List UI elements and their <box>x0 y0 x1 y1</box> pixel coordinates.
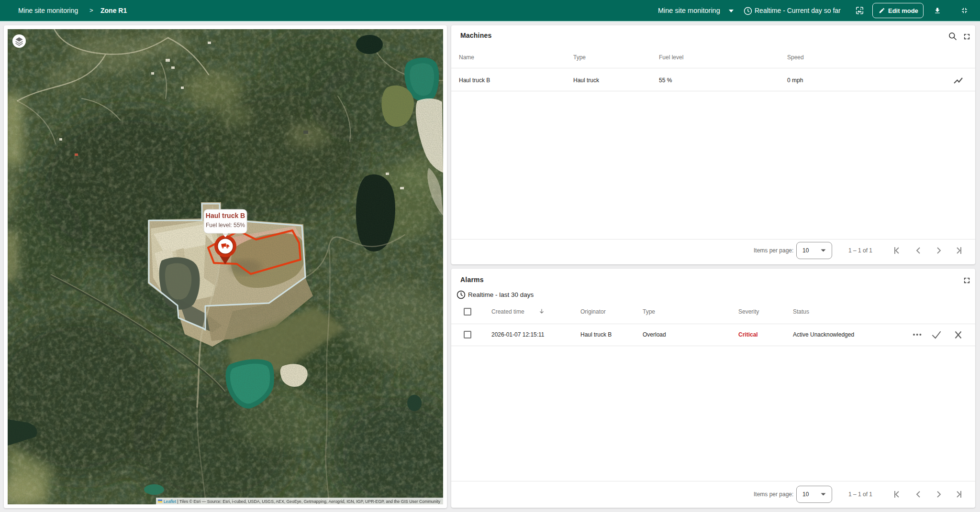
svg-text:Fuel level: 55%: Fuel level: 55% <box>206 222 245 229</box>
svg-text:Leaflet | Tiles © Esri — Sourc: Leaflet | Tiles © Esri — Source: Esri, i… <box>164 499 440 504</box>
svg-text:Haul truck B: Haul truck B <box>206 212 245 219</box>
